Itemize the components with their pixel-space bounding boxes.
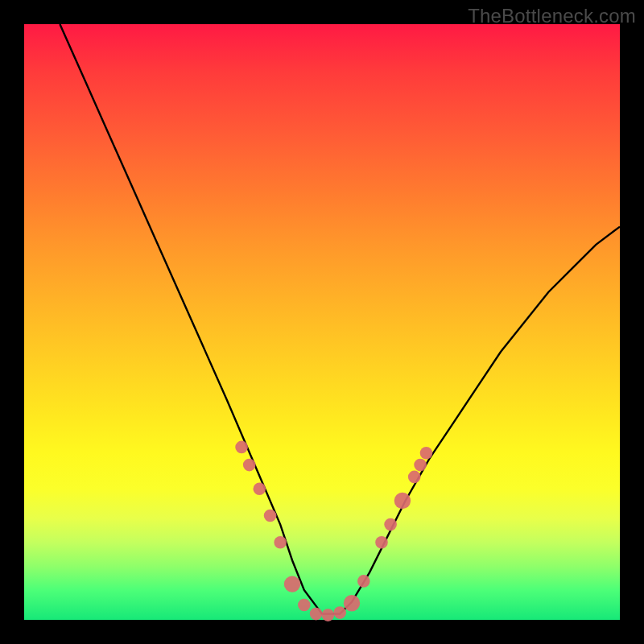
data-marker [375, 536, 388, 549]
data-marker [298, 599, 311, 612]
data-marker [322, 609, 335, 621]
data-marker [235, 441, 248, 454]
chart-frame: TheBottleneck.com [0, 0, 644, 644]
data-marker [274, 536, 287, 549]
data-marker [264, 510, 277, 522]
marker-layer [235, 441, 432, 621]
data-marker [384, 518, 397, 531]
data-marker [414, 459, 427, 472]
data-marker [357, 575, 370, 588]
data-marker [310, 608, 323, 621]
data-marker [254, 482, 266, 495]
bottleneck-curve [60, 24, 620, 614]
data-marker [344, 595, 360, 611]
chart-svg [24, 24, 620, 620]
data-marker [408, 471, 421, 484]
data-marker [333, 606, 346, 619]
data-marker [394, 493, 411, 509]
data-marker [420, 447, 433, 460]
chart-plot-area [24, 24, 620, 620]
data-marker [243, 459, 256, 472]
curve-layer [60, 24, 620, 614]
data-marker [284, 576, 300, 592]
